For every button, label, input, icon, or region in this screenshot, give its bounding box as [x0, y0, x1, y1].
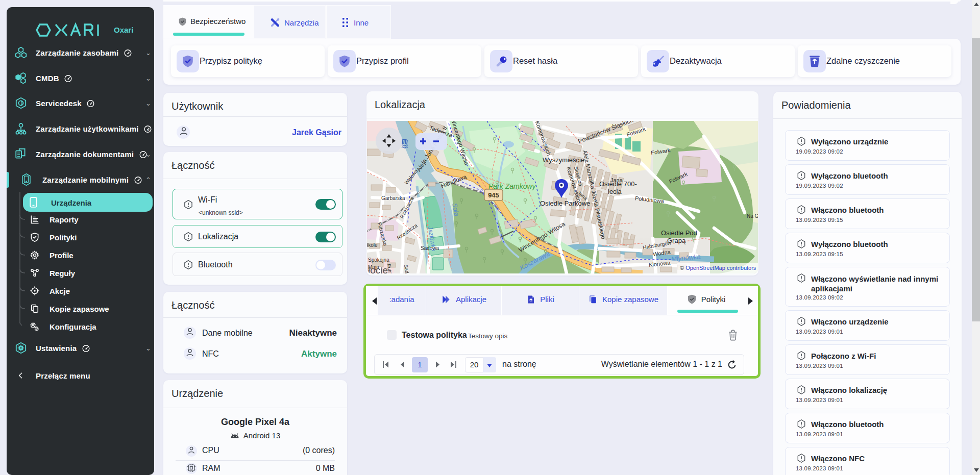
svg-text:łocie: łocie [368, 265, 388, 273]
svg-text:945: 945 [488, 191, 499, 199]
svg-text:łkole: łkole [367, 242, 378, 248]
svg-text:lecia: lecia [608, 188, 622, 195]
svg-text:Wyszymieście: Wyszymieście [543, 156, 584, 164]
svg-text:Spokojna: Spokojna [368, 257, 389, 263]
svg-text:Grapą: Grapą [667, 237, 686, 244]
svg-text:Osiedle Parkowe: Osiedle Parkowe [540, 199, 590, 207]
svg-text:Osiedle Pod: Osiedle Pod [661, 229, 697, 237]
svg-text:Osiedle 700-: Osiedle 700- [599, 180, 637, 188]
svg-text:Garbarska: Garbarska [381, 195, 405, 201]
svg-text:© OpenStreetMap contributors: © OpenStreetMap contributors [680, 265, 756, 271]
svg-text:Na G: Na G [747, 213, 758, 219]
